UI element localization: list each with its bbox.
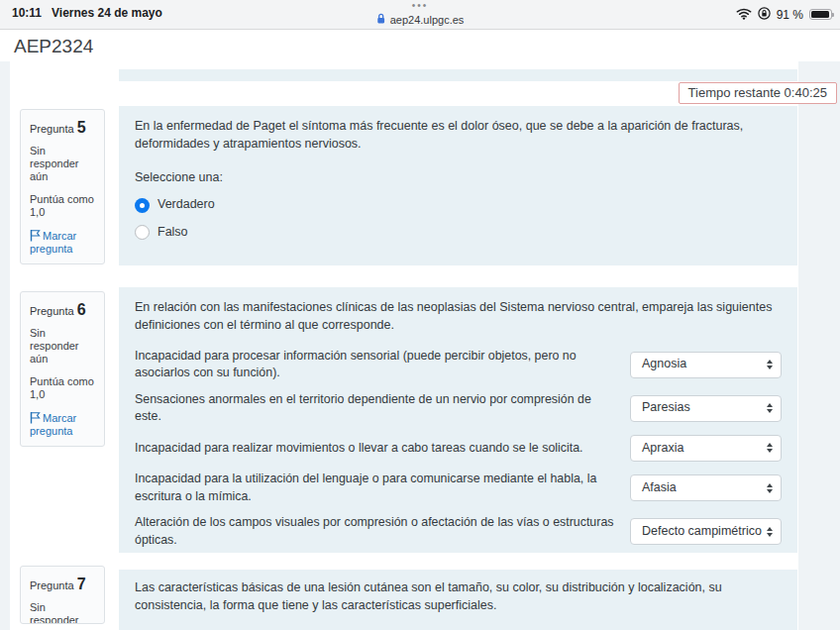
question-text: En relación con las manifestaciones clín…	[135, 299, 782, 335]
match-definition: Sensaciones anormales en el territorio d…	[135, 391, 630, 426]
selected-term: Agnosia	[642, 356, 686, 373]
match-row: Incapacidad para procesar información se…	[135, 348, 782, 382]
match-row: Alteración de los campos visuales por co…	[135, 514, 782, 549]
option-label: Falso	[158, 224, 188, 242]
rotation-lock-icon	[758, 6, 771, 24]
selected-term: Apraxia	[642, 440, 683, 458]
question-7-info-panel: Pregunta7 Sin responder aún	[20, 566, 105, 624]
question-grade: Puntúa como 1,0	[30, 375, 95, 402]
term-select[interactable]: Afasia	[630, 474, 782, 501]
radio-option-falso[interactable]: Falso	[135, 224, 782, 242]
flag-question-link[interactable]: Marcar pregunta	[30, 411, 95, 439]
question-status: Sin responder aún	[30, 145, 95, 184]
select-updown-icon	[767, 403, 773, 413]
match-definition: Incapacidad para procesar información se…	[135, 348, 630, 382]
question-word-label: Pregunta	[30, 305, 74, 317]
question-5-info-panel: Pregunta5 Sin responder aún Puntúa como …	[20, 109, 105, 264]
question-6-info-panel: Pregunta6 Sin responder aún Puntúa como …	[20, 291, 105, 447]
status-right: 91 %	[736, 0, 832, 29]
url-label[interactable]: aep24.ulpgc.es	[390, 14, 465, 26]
radio-option-verdadero[interactable]: Verdadero	[135, 196, 782, 214]
match-row: Sensaciones anormales en el territorio d…	[135, 391, 782, 426]
question-number-row: Pregunta7	[30, 575, 95, 594]
question-number-row: Pregunta6	[30, 300, 95, 320]
https-lock-icon	[376, 11, 386, 29]
radio-button-selected[interactable]	[135, 198, 150, 213]
term-select[interactable]: Apraxia	[630, 435, 782, 462]
previous-question-content-edge	[119, 69, 797, 81]
question-status: Sin responder aún	[30, 327, 95, 367]
question-number: 5	[77, 119, 86, 136]
flag-icon	[30, 411, 41, 424]
clock-label: 10:11	[12, 6, 42, 20]
select-updown-icon	[767, 483, 773, 493]
site-header: AEP2324	[0, 31, 840, 61]
question-word-label: Pregunta	[30, 123, 74, 135]
question-number-row: Pregunta5	[30, 118, 95, 138]
battery-icon	[809, 9, 832, 20]
match-definition: Alteración de los campos visuales por co…	[135, 514, 630, 549]
term-select[interactable]: Defecto campimétrico	[630, 518, 782, 545]
flag-question-link[interactable]: Marcar pregunta	[30, 229, 95, 257]
question-5-content: En la enfermedad de Paget el síntoma más…	[119, 106, 797, 265]
quiz-timer: Tiempo restante 0:40:25	[679, 82, 837, 104]
selected-term: Afasia	[642, 479, 677, 497]
question-status: Sin responder aún	[30, 601, 95, 624]
status-left: 10:11 Viernes 24 de mayo	[12, 6, 162, 20]
question-text: En la enfermedad de Paget el síntoma más…	[135, 118, 782, 154]
question-number: 6	[77, 301, 86, 318]
selected-term: Defecto campimétrico	[642, 523, 762, 541]
screen: 10:11 Viernes 24 de mayo ••• aep24.ulpgc…	[0, 0, 840, 630]
question-number: 7	[77, 576, 86, 592]
site-title: AEP2324	[14, 36, 93, 57]
option-label: Verdadero	[158, 196, 215, 214]
select-updown-icon	[767, 443, 773, 453]
match-row: Incapacidad para realizar movimientos o …	[135, 435, 782, 462]
question-grade: Puntúa como 1,0	[30, 193, 95, 220]
status-bar: 10:11 Viernes 24 de mayo ••• aep24.ulpgc…	[0, 0, 840, 30]
date-label: Viernes 24 de mayo	[52, 6, 162, 20]
select-updown-icon	[767, 527, 773, 537]
radio-button-unselected[interactable]	[135, 225, 150, 240]
battery-percent-label: 91 %	[777, 8, 803, 22]
answer-prompt: Seleccione una:	[135, 169, 782, 187]
address-bar[interactable]: ••• aep24.ulpgc.es	[376, 1, 465, 29]
question-word-label: Pregunta	[30, 579, 74, 591]
selected-term: Paresias	[642, 399, 690, 417]
question-6-content: En relación con las manifestaciones clín…	[119, 287, 797, 553]
question-7-content: Las características básicas de una lesió…	[119, 570, 797, 630]
select-updown-icon	[767, 360, 773, 369]
flag-icon	[30, 229, 41, 242]
wifi-icon	[736, 6, 752, 24]
match-definition: Incapacidad para la utilización del leng…	[135, 471, 630, 505]
question-text: Las características básicas de una lesió…	[135, 579, 782, 615]
term-select[interactable]: Paresias	[630, 395, 782, 422]
term-select[interactable]: Agnosia	[630, 352, 782, 378]
match-row: Incapacidad para la utilización del leng…	[135, 471, 782, 505]
tab-overview-dots-icon[interactable]: •••	[376, 1, 465, 10]
match-definition: Incapacidad para realizar movimientos o …	[135, 440, 630, 458]
